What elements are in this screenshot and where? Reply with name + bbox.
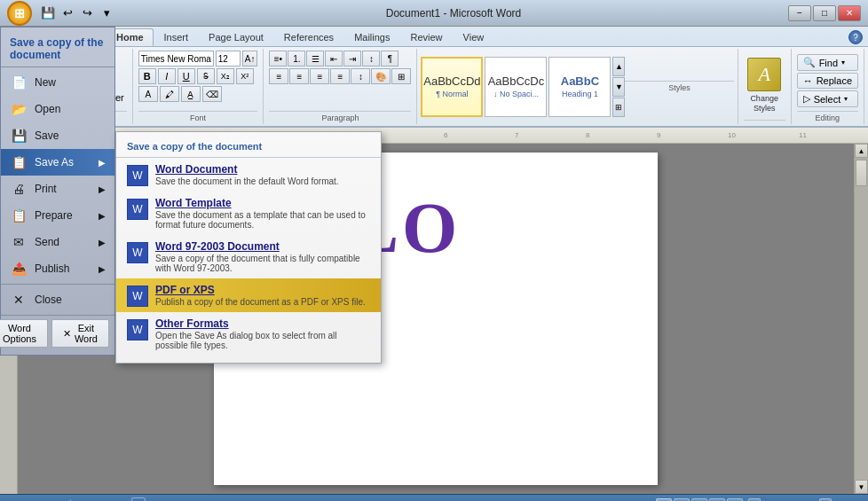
outline-view-button[interactable]: ≡ — [709, 498, 725, 502]
align-right-button[interactable]: ≡ — [310, 68, 329, 84]
highlight-button[interactable]: 🖍 — [160, 86, 179, 102]
underline-button[interactable]: U — [178, 68, 195, 84]
select-button[interactable]: ▷ Select ▾ — [797, 90, 858, 107]
print-view-button[interactable]: ▤ — [656, 498, 672, 502]
save-quick-button[interactable]: 💾 — [39, 4, 57, 22]
align-center-button[interactable]: ≡ — [289, 68, 309, 84]
undo-quick-button[interactable]: ↩ — [59, 4, 76, 22]
menu-item-close[interactable]: ✕ Close — [1, 286, 114, 313]
web-view-button[interactable]: ⊞ — [691, 498, 707, 502]
scroll-track[interactable] — [855, 158, 868, 480]
submenu-other-formats[interactable]: W Other Formats Open the Save As dialog … — [116, 312, 381, 356]
submenu-pdf-xps[interactable]: W PDF or XPS Publish a copy of the docum… — [116, 278, 381, 312]
bullets-button[interactable]: ≡• — [269, 51, 287, 67]
pdf-desc: Publish a copy of the document as a PDF … — [155, 297, 366, 307]
bold-button[interactable]: B — [138, 68, 156, 84]
restore-button[interactable]: □ — [813, 5, 836, 21]
proofing-icon[interactable]: ✓ — [131, 497, 146, 502]
submenu-pdf-text: PDF or XPS Publish a copy of the documen… — [155, 284, 366, 307]
styles-scroll-up[interactable]: ▲ — [612, 57, 625, 76]
minimize-button[interactable]: − — [788, 5, 811, 21]
numbering-button[interactable]: 1. — [288, 51, 305, 67]
justify-button[interactable]: ≡ — [330, 68, 350, 84]
font-color-button[interactable]: A̲ — [181, 86, 201, 102]
increase-indent-button[interactable]: ⇥ — [343, 51, 361, 67]
strikethrough-button[interactable]: S̶ — [197, 68, 215, 84]
styles-scroll-down[interactable]: ▼ — [612, 77, 625, 97]
style-heading1-preview: AaBbC — [561, 74, 599, 88]
tab-insert[interactable]: Insert — [154, 28, 199, 46]
tab-view[interactable]: View — [454, 28, 494, 46]
menu-item-saveas[interactable]: 📋 Save As ▶ — [1, 149, 114, 176]
exit-word-icon: ✕ — [63, 328, 71, 340]
styles-more-button[interactable]: ⊞ — [612, 98, 625, 117]
font-name-input[interactable] — [138, 51, 214, 67]
multilevel-button[interactable]: ☰ — [306, 51, 324, 67]
menu-item-open-label: Open — [35, 103, 60, 115]
tab-mailings[interactable]: Mailings — [344, 28, 399, 46]
ribbon: Home Insert Page Layout References Maili… — [0, 27, 868, 128]
zoom-out-button[interactable]: − — [748, 498, 761, 502]
submenu-word97[interactable]: W Word 97-2003 Document Save a copy of t… — [116, 235, 381, 278]
scroll-thumb[interactable] — [856, 160, 867, 186]
align-left-button[interactable]: ≡ — [269, 68, 288, 84]
customize-quick-button[interactable]: ▾ — [98, 4, 115, 22]
change-styles-icon: A — [747, 58, 781, 91]
tab-review[interactable]: Review — [400, 28, 452, 46]
menu-item-close-label: Close — [35, 294, 62, 306]
word-doc-icon: W — [127, 165, 148, 186]
clear-format-button[interactable]: ⌫ — [202, 86, 222, 102]
superscript-button[interactable]: X² — [236, 68, 254, 84]
shading-button[interactable]: 🎨 — [371, 68, 391, 84]
title-bar-left: ⊞ 💾 ↩ ↪ ▾ — [7, 1, 119, 26]
help-icon[interactable]: ? — [848, 30, 863, 44]
subscript-button[interactable]: X₂ — [217, 68, 234, 84]
group-paragraph: ≡• 1. ☰ ⇤ ⇥ ↕ ¶ ≡ ≡ ≡ ≡ ↕ 🎨 ⊞ — [264, 49, 417, 124]
select-label: Select — [814, 94, 841, 105]
zoom-in-button[interactable]: + — [819, 498, 832, 502]
office-button[interactable]: ⊞ — [7, 1, 32, 26]
replace-button[interactable]: ↔ Replace — [797, 73, 858, 89]
word-doc-label: Word Document — [155, 163, 339, 176]
find-button[interactable]: 🔍 Find ▾ — [797, 54, 858, 71]
style-normal-button[interactable]: AaBbCcDd ¶ Normal — [421, 57, 483, 117]
style-heading1-button[interactable]: AaBbC Heading 1 — [548, 57, 611, 117]
change-styles-button[interactable]: A ChangeStyles — [747, 51, 781, 120]
word-options-button[interactable]: ⚙ Word Options — [0, 319, 48, 348]
tab-page-layout[interactable]: Page Layout — [199, 28, 273, 46]
close-button[interactable]: ✕ — [838, 5, 861, 21]
fullscreen-view-button[interactable]: ⊡ — [674, 498, 690, 502]
style-nospacing-button[interactable]: AaBbCcDc ↓ No Spaci... — [485, 57, 547, 117]
menu-item-print[interactable]: 🖨 Print ▶ — [1, 176, 114, 202]
menu-item-publish[interactable]: 📤 Publish ▶ — [1, 255, 114, 282]
tab-references[interactable]: References — [274, 28, 343, 46]
italic-button[interactable]: I — [158, 68, 176, 84]
group-editing: 🔍 Find ▾ ↔ Replace ▷ Select ▾ Editing — [792, 49, 864, 124]
styles-scroll: ▲ ▼ ⊞ — [612, 57, 625, 117]
menu-item-open[interactable]: 📂 Open — [1, 96, 114, 122]
menu-item-new[interactable]: 📄 New — [1, 69, 114, 96]
submenu-word-text: Word Document Save the document in the d… — [155, 163, 339, 186]
text-effects-button[interactable]: A — [138, 86, 158, 102]
sort-button[interactable]: ↕ — [362, 51, 380, 67]
saveas-icon: 📋 — [10, 153, 28, 171]
font-size-input[interactable] — [216, 51, 241, 67]
decrease-indent-button[interactable]: ⇤ — [325, 51, 343, 67]
scroll-up-button[interactable]: ▲ — [855, 144, 868, 158]
menu-item-prepare[interactable]: 📋 Prepare ▶ — [1, 202, 114, 229]
scroll-down-button[interactable]: ▼ — [855, 480, 868, 494]
font-grow-button[interactable]: A↑ — [242, 51, 258, 67]
submenu-word-template[interactable]: W Word Template Save the document as a t… — [116, 192, 381, 235]
line-spacing-button[interactable]: ↕ — [351, 68, 370, 84]
redo-quick-button[interactable]: ↪ — [78, 4, 96, 22]
submenu-word-document[interactable]: W Word Document Save the document in the… — [116, 158, 381, 192]
show-hide-button[interactable]: ¶ — [381, 51, 398, 67]
replace-icon: ↔ — [803, 75, 813, 86]
menu-item-save[interactable]: 💾 Save — [1, 122, 114, 149]
draft-view-button[interactable]: ▦ — [727, 498, 743, 502]
exit-word-button[interactable]: ✕ Exit Word — [51, 319, 109, 348]
borders-button[interactable]: ⊞ — [391, 68, 411, 84]
group-styles: AaBbCcDd ¶ Normal AaBbCcDc ↓ No Spaci...… — [417, 49, 738, 124]
menu-item-prepare-label: Prepare — [35, 209, 73, 222]
menu-item-send[interactable]: ✉ Send ▶ — [1, 229, 114, 255]
